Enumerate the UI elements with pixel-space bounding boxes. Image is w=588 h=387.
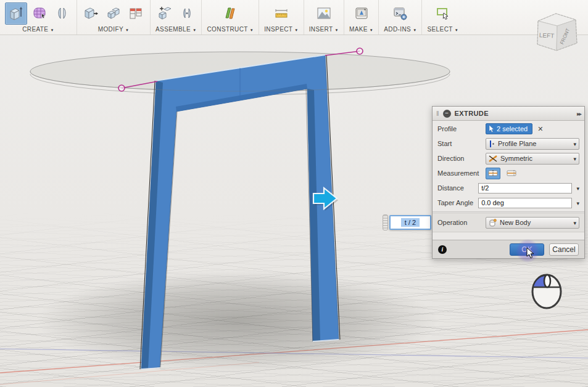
direction-value: Symmetric <box>500 155 532 162</box>
construct-plane-tool-button[interactable] <box>221 4 239 23</box>
half-length-icon <box>488 169 498 177</box>
dialog-grip-icon[interactable] <box>436 110 439 117</box>
clear-selection-icon[interactable] <box>537 125 543 133</box>
symmetric-direction-icon <box>489 155 497 163</box>
extrude-tool-button[interactable] <box>5 2 27 25</box>
assemble-menu-label: ASSEMBLE <box>155 26 191 33</box>
addins-menu[interactable]: ADD-INS <box>384 26 416 33</box>
combine-tool-button[interactable] <box>104 4 123 23</box>
drag-grip-icon[interactable] <box>383 214 388 230</box>
measurement-whole-length-button[interactable] <box>504 168 519 179</box>
profile-selected-count: 2 selected <box>497 125 528 132</box>
canvas-distance-input-group: t / 2 <box>383 214 431 230</box>
construct-menu-label: CONSTRUCT <box>207 26 247 33</box>
chevron-down-icon[interactable] <box>572 199 579 206</box>
caret-icon <box>455 26 458 33</box>
combine-icon <box>106 6 122 22</box>
toolbar-group-addins: ADD-INS <box>379 0 422 35</box>
view-cube[interactable]: LEFT FRONT <box>526 6 586 64</box>
operation-row: Operation New Body <box>433 213 584 232</box>
create-menu[interactable]: CREATE <box>22 26 54 33</box>
caret-icon <box>335 26 339 33</box>
view-cube-left-label: LEFT <box>539 31 555 39</box>
addins-menu-label: ADD-INS <box>384 26 411 33</box>
make-menu[interactable]: MAKE <box>349 26 373 33</box>
insert-tool-button[interactable] <box>315 4 333 23</box>
canvas-distance-input[interactable]: t / 2 <box>389 215 431 230</box>
direction-row: Direction Symmetric <box>433 151 584 166</box>
whole-length-icon <box>507 169 516 177</box>
modify-menu[interactable]: MODIFY <box>98 26 130 33</box>
operation-label: Operation <box>437 219 486 226</box>
press-pull-icon <box>83 6 99 22</box>
direction-label: Direction <box>437 155 486 162</box>
press-pull-tool-button[interactable] <box>82 4 101 23</box>
cancel-button[interactable]: Cancel <box>549 243 579 256</box>
collapse-dialog-icon[interactable] <box>443 110 451 118</box>
toolbar-group-select: SELECT <box>422 0 463 35</box>
sketch-point-left[interactable] <box>118 85 125 91</box>
dialog-title: EXTRUDE <box>455 110 489 117</box>
taper-angle-label: Taper Angle <box>437 199 478 206</box>
measurement-half-length-button[interactable] <box>486 168 500 179</box>
mouse-wheel <box>544 275 550 287</box>
mirror-tool-button[interactable] <box>53 4 72 23</box>
measure-tool-button[interactable] <box>272 4 291 23</box>
make-tool-button[interactable] <box>352 4 371 23</box>
caret-icon <box>294 26 298 33</box>
extrude-dialog-titlebar[interactable]: EXTRUDE <box>433 107 584 121</box>
mouse-hint-overlay <box>528 271 566 313</box>
caret-icon <box>50 26 54 33</box>
start-value: Profile Plane <box>498 140 536 147</box>
insert-image-icon <box>316 6 332 22</box>
parameters-tool-button[interactable] <box>126 4 145 23</box>
chevron-down-icon[interactable] <box>572 184 579 192</box>
caret-icon <box>125 26 129 33</box>
caret-icon <box>193 26 196 33</box>
toolbar-group-create: CREATE <box>0 0 77 35</box>
select-menu[interactable]: SELECT <box>427 26 458 33</box>
inspect-menu[interactable]: INSPECT <box>264 26 298 33</box>
expand-dialog-icon[interactable] <box>577 110 581 117</box>
create-form-icon <box>32 6 48 22</box>
ok-button[interactable]: OK <box>510 243 544 256</box>
construct-menu[interactable]: CONSTRUCT <box>207 26 254 33</box>
start-dropdown[interactable]: Profile Plane <box>486 138 579 150</box>
sketch-point-right[interactable] <box>357 48 363 54</box>
toolbar: CREATE <box>0 0 588 35</box>
new-body-icon <box>489 219 497 227</box>
joint-tool-button[interactable] <box>178 4 196 23</box>
profile-plane-icon <box>489 140 495 148</box>
extrude-dialog: EXTRUDE Profile 2 selected Start Profile… <box>432 106 585 259</box>
scripts-addins-icon <box>392 6 408 22</box>
select-icon <box>435 6 451 22</box>
select-tool-button[interactable] <box>434 4 452 23</box>
chevron-down-icon <box>573 140 576 147</box>
make-menu-label: MAKE <box>349 26 368 33</box>
direction-dropdown[interactable]: Symmetric <box>486 153 579 165</box>
form-tool-button[interactable] <box>31 4 49 23</box>
start-label: Start <box>437 140 486 147</box>
dialog-separator <box>433 211 584 212</box>
distance-row: Distance <box>433 181 584 195</box>
addins-tool-button[interactable] <box>391 4 410 23</box>
measurement-row: Measurement <box>433 166 584 181</box>
toolbar-group-assemble: ASSEMBLE <box>151 0 202 35</box>
modify-menu-label: MODIFY <box>98 26 123 33</box>
start-row: Start Profile Plane <box>433 136 584 151</box>
caret-icon <box>250 26 254 33</box>
insert-menu[interactable]: INSERT <box>309 26 339 33</box>
assemble-menu[interactable]: ASSEMBLE <box>155 26 196 33</box>
mirror-icon <box>54 6 70 22</box>
distance-input[interactable] <box>478 183 572 194</box>
measure-icon <box>273 6 289 22</box>
toolbar-group-construct: CONSTRUCT <box>202 0 259 35</box>
info-icon[interactable] <box>438 245 447 254</box>
new-component-tool-button[interactable] <box>155 4 174 23</box>
taper-angle-input[interactable] <box>478 198 572 208</box>
operation-dropdown[interactable]: New Body <box>486 217 579 229</box>
profile-selected-chip[interactable]: 2 selected <box>486 123 532 134</box>
model-shadow <box>37 271 438 372</box>
profile-label: Profile <box>437 125 486 132</box>
insert-menu-label: INSERT <box>309 26 333 33</box>
